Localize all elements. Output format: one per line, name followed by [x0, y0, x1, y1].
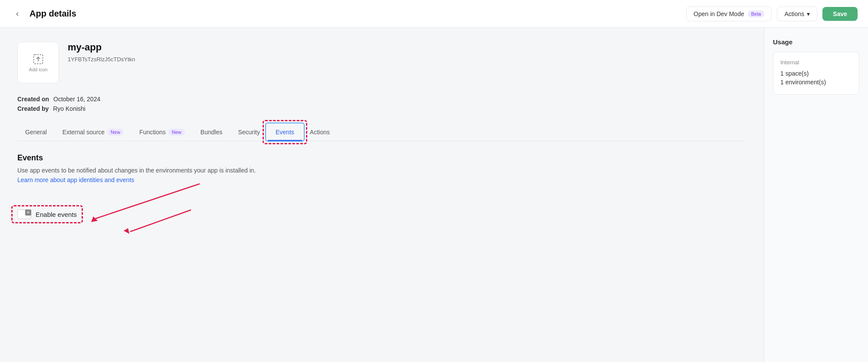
actions-label: Actions	[784, 10, 804, 17]
app-info-text: my-app 1YFBTsTzsRlzJ5cTDsYtkn	[68, 42, 135, 63]
chevron-down-icon: ▾	[807, 10, 810, 17]
created-by-label: Created by	[17, 105, 49, 112]
events-learn-more-link[interactable]: Learn more about app identities and even…	[17, 176, 134, 183]
meta-info: Created on October 16, 2024 Created by R…	[17, 96, 746, 112]
checkbox-visual: ✕	[17, 209, 31, 219]
enable-events-row: ✕ Enable events	[17, 209, 77, 219]
usage-environments: 1 environment(s)	[780, 79, 852, 86]
created-by-value: Ryo Konishi	[53, 105, 85, 112]
app-info: Add icon my-app 1YFBTsTzsRlzJ5cTDsYtkn	[17, 42, 746, 83]
created-on-row: Created on October 16, 2024	[17, 96, 746, 103]
sidebar: Usage Internal 1 space(s) 1 environment(…	[764, 28, 868, 362]
dev-mode-label: Open in Dev Mode	[694, 10, 744, 17]
events-title: Events	[17, 153, 746, 163]
tabs: General External source New Functions Ne…	[17, 124, 746, 141]
created-on-label: Created on	[17, 96, 49, 103]
checkbox-x-icon: ✕	[25, 209, 31, 216]
app-icon-button[interactable]: Add icon	[17, 42, 59, 83]
header-actions: Open in Dev Mode Beta Actions ▾ Save	[686, 7, 858, 21]
dev-mode-button[interactable]: Open in Dev Mode Beta	[686, 7, 772, 21]
beta-badge: Beta	[748, 10, 765, 17]
header: ‹ App details Open in Dev Mode Beta Acti…	[0, 0, 868, 28]
save-button[interactable]: Save	[822, 7, 858, 21]
events-section: Events Use app events to be notified abo…	[17, 153, 746, 219]
page-title: App details	[30, 9, 681, 19]
tab-actions[interactable]: Actions	[302, 124, 338, 141]
svg-marker-4	[124, 228, 129, 234]
badge-new-functions: New	[168, 129, 185, 136]
usage-internal-label: Internal	[780, 59, 852, 66]
tab-general[interactable]: General	[17, 124, 55, 141]
tab-security[interactable]: Security	[230, 124, 268, 141]
badge-new-external: New	[107, 129, 124, 136]
upload-icon	[32, 53, 44, 65]
enable-events-checkbox[interactable]: ✕	[17, 209, 31, 219]
sidebar-title: Usage	[773, 38, 859, 46]
tab-bundles[interactable]: Bundles	[193, 124, 230, 141]
created-by-row: Created by Ryo Konishi	[17, 105, 746, 112]
enable-events-label: Enable events	[36, 211, 77, 218]
svg-line-3	[130, 210, 191, 232]
arrow-annotation	[69, 179, 208, 223]
app-id: 1YFBTsTzsRlzJ5cTDsYtkn	[68, 56, 135, 63]
created-on-value: October 16, 2024	[53, 96, 100, 103]
tab-external-source[interactable]: External source New	[55, 124, 132, 141]
app-name: my-app	[68, 42, 135, 53]
back-button[interactable]: ‹	[10, 7, 24, 21]
tab-functions[interactable]: Functions New	[132, 124, 193, 141]
events-description: Use app events to be notified about chan…	[17, 167, 746, 174]
actions-button[interactable]: Actions ▾	[777, 7, 817, 21]
main-layout: Add icon my-app 1YFBTsTzsRlzJ5cTDsYtkn C…	[0, 28, 868, 362]
svg-marker-2	[91, 216, 98, 222]
usage-spaces: 1 space(s)	[780, 70, 852, 77]
add-icon-label: Add icon	[29, 67, 48, 72]
usage-box: Internal 1 space(s) 1 environment(s)	[773, 52, 859, 95]
tab-events[interactable]: Events	[268, 124, 302, 141]
content-area: Add icon my-app 1YFBTsTzsRlzJ5cTDsYtkn C…	[0, 28, 764, 362]
pink-arrow	[122, 206, 208, 240]
svg-line-1	[95, 184, 200, 219]
